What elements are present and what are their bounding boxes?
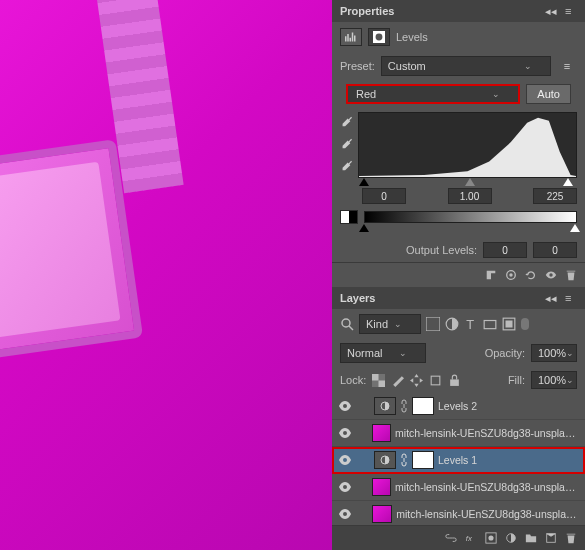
output-black-slider[interactable] [359,224,369,232]
svg-rect-13 [379,380,386,387]
document-canvas[interactable] [0,0,332,550]
properties-panel-header[interactable]: Properties ◂◂ ≡ [332,0,585,22]
lock-transparency-icon[interactable] [372,374,385,387]
layer-name: Levels 2 [438,400,477,412]
output-levels-label: Output Levels: [406,244,477,256]
chevron-down-icon: ⌄ [394,319,402,329]
layer-item-levels-2[interactable]: Levels 2 [332,393,585,420]
lock-pixels-icon[interactable] [391,374,404,387]
layer-thumb [372,505,392,523]
mask-icon[interactable] [368,28,390,46]
output-gradient[interactable] [364,211,577,223]
panel-menu-icon[interactable]: ≡ [565,5,577,17]
chevron-down-icon: ⌄ [524,61,532,71]
levels-histogram-icon[interactable] [340,28,362,46]
filter-kind-dropdown[interactable]: Kind ⌄ [359,314,421,334]
clip-to-layer-icon[interactable] [485,269,497,281]
blend-mode-value: Normal [347,347,382,359]
panel-menu-icon[interactable]: ≡ [565,292,577,304]
eyedropper-white-icon[interactable] [340,160,352,172]
lock-position-icon[interactable] [410,374,423,387]
mask-thumb [412,397,434,415]
filter-type-icon[interactable]: T [464,317,478,331]
delete-adjustment-icon[interactable] [565,269,577,281]
svg-rect-15 [450,379,459,386]
visibility-toggle[interactable] [338,453,352,467]
chevron-down-icon: ⌄ [566,375,574,385]
input-white-field[interactable] [533,188,577,204]
new-group-icon[interactable] [525,532,537,544]
collapse-icon[interactable]: ◂◂ [545,5,557,17]
svg-point-20 [488,535,493,540]
filter-shape-icon[interactable] [483,317,497,331]
fill-dropdown[interactable]: 100% ⌄ [531,371,577,389]
collapse-icon[interactable]: ◂◂ [545,292,557,304]
output-invert-icon[interactable] [340,210,358,224]
delete-layer-icon[interactable] [565,532,577,544]
output-slider-track[interactable] [362,224,577,234]
output-white-field[interactable] [533,242,577,258]
filter-smart-icon[interactable] [502,317,516,331]
layer-fx-icon[interactable]: fx [465,532,477,544]
opacity-label: Opacity: [485,347,525,359]
svg-point-16 [381,402,389,410]
filter-pixel-icon[interactable] [426,317,440,331]
new-layer-icon[interactable] [545,532,557,544]
toggle-visibility-icon[interactable] [545,269,557,281]
filter-adjustment-icon[interactable] [445,317,459,331]
preset-dropdown[interactable]: Custom ⌄ [381,56,551,76]
input-slider-track[interactable] [362,178,577,188]
visibility-toggle[interactable] [338,399,352,413]
svg-point-1 [376,34,383,41]
svg-point-4 [342,319,350,327]
input-black-field[interactable] [362,188,406,204]
output-white-slider[interactable] [570,224,580,232]
lock-all-icon[interactable] [448,374,461,387]
preset-menu-icon[interactable]: ≡ [557,56,577,76]
input-mid-slider[interactable] [465,178,475,186]
channel-dropdown[interactable]: Red ⌄ [346,84,520,104]
svg-rect-0 [373,31,385,43]
lock-row: Lock: Fill: 100% ⌄ [332,367,585,393]
add-mask-icon[interactable] [485,532,497,544]
layer-thumb [372,424,391,442]
input-black-slider[interactable] [359,178,369,186]
svg-rect-22 [547,534,556,543]
opacity-dropdown[interactable]: 100% ⌄ [531,344,577,362]
layer-item-levels-1[interactable]: Levels 1 [332,447,585,474]
layers-panel-header[interactable]: Layers ◂◂ ≡ [332,287,585,309]
layers-title: Layers [340,292,375,304]
channel-value: Red [356,88,376,100]
blend-mode-row: Normal ⌄ Opacity: 100% ⌄ [332,339,585,367]
view-previous-icon[interactable] [505,269,517,281]
layer-item-image-copy-2[interactable]: mitch-lensink-UEnSZU8dg38-unsplash copy … [332,474,585,501]
layer-list[interactable]: Levels 2 mitch-lensink-UEnSZU8dg38-unspl… [332,393,585,525]
preset-value: Custom [388,60,426,72]
visibility-toggle[interactable] [338,507,352,521]
input-levels-fields [362,188,577,204]
link-layers-icon[interactable] [445,532,457,544]
eyedropper-gray-icon[interactable] [340,138,352,150]
layer-item-image-copy[interactable]: mitch-lensink-UEnSZU8dg38-unsplash copy [332,501,585,525]
output-black-field[interactable] [483,242,527,258]
preset-row: Preset: Custom ⌄ ≡ [332,52,585,80]
reset-icon[interactable] [525,269,537,281]
link-icon[interactable] [400,399,408,413]
auto-button[interactable]: Auto [526,84,571,104]
input-white-slider[interactable] [563,178,573,186]
lock-artboard-icon[interactable] [429,374,442,387]
search-icon[interactable] [340,317,354,331]
blend-mode-dropdown[interactable]: Normal ⌄ [340,343,426,363]
layer-item-image-copy-3[interactable]: mitch-lensink-UEnSZU8dg38-unsplash copy … [332,420,585,447]
svg-point-3 [509,273,512,276]
new-adjustment-icon[interactable] [505,532,517,544]
link-icon[interactable] [400,453,408,467]
eyedropper-black-icon[interactable] [340,116,352,128]
visibility-toggle[interactable] [338,426,352,440]
preset-label: Preset: [340,60,375,72]
histogram[interactable] [358,112,577,178]
visibility-toggle[interactable] [338,480,352,494]
input-mid-field[interactable] [448,188,492,204]
filter-toggle-switch[interactable] [521,318,529,330]
layer-thumb [372,478,391,496]
